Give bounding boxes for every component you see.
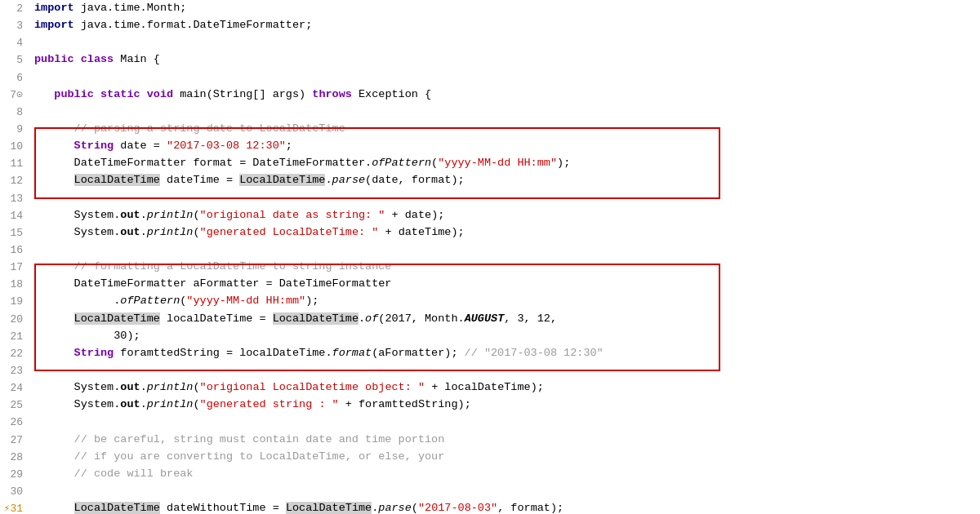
line-content-20: LocalDateTime localDateTime = LocalDateT… — [31, 311, 980, 328]
line-num-17: 17 — [0, 259, 31, 276]
line-content-28: // if you are converting to LocalDateTim… — [31, 449, 980, 466]
line-content-21: 30); — [31, 328, 980, 345]
code-line-7: 7⊙ public static void main(String[] args… — [0, 86, 980, 104]
code-line-24: 24 System.out.println("origional LocalDa… — [0, 379, 980, 397]
code-line-5: 5 public class Main { — [0, 51, 980, 69]
code-line-14: 14 System.out.println("origional date as… — [0, 207, 980, 224]
line-num-8: 8 — [0, 104, 31, 121]
code-line-10: 10 String date = "2017-03-08 12:30"; — [0, 138, 980, 155]
line-content-29: // code will break — [31, 466, 980, 483]
code-block: 2 import java.time.Month; 3 import java.… — [0, 0, 980, 514]
code-line-19: 19 .ofPattern("yyyy-MM-dd HH:mm"); — [0, 293, 980, 310]
line-num-7: 7⊙ — [0, 86, 31, 104]
code-line-27: 27 // be careful, string must contain da… — [0, 432, 980, 449]
code-line-31: ⚡31 LocalDateTime dateWithoutTime = Loca… — [0, 500, 980, 514]
line-num-23: 23 — [0, 362, 31, 379]
line-num-21: 21 — [0, 328, 31, 345]
line-num-31: ⚡31 — [0, 500, 31, 514]
line-num-5: 5 — [0, 51, 31, 69]
line-num-4: 4 — [0, 34, 31, 51]
code-editor: 2 import java.time.Month; 3 import java.… — [0, 0, 980, 514]
line-content-10: String date = "2017-03-08 12:30"; — [31, 138, 980, 155]
code-line-6: 6 — [0, 69, 980, 86]
line-content-13 — [31, 190, 980, 207]
code-line-26: 26 — [0, 414, 980, 431]
line-content-16 — [31, 241, 980, 259]
line-num-29: 29 — [0, 466, 31, 483]
line-num-26: 26 — [0, 414, 31, 431]
line-content-7: public static void main(String[] args) t… — [31, 86, 980, 104]
line-content-2: import java.time.Month; — [31, 0, 980, 17]
line-num-9: 9 — [0, 121, 31, 138]
line-content-4 — [31, 34, 980, 51]
code-line-28: 28 // if you are converting to LocalDate… — [0, 449, 980, 466]
code-line-17: 17 // formatting a LocalDateTime to stri… — [0, 259, 980, 276]
code-line-13: 13 — [0, 190, 980, 207]
line-content-6 — [31, 69, 980, 86]
line-num-19: 19 — [0, 293, 31, 310]
code-line-8: 8 — [0, 104, 980, 121]
line-num-15: 15 — [0, 224, 31, 241]
line-num-24: 24 — [0, 379, 31, 397]
line-num-30: 30 — [0, 483, 31, 500]
line-num-28: 28 — [0, 449, 31, 466]
line-content-17: // formatting a LocalDateTime to string … — [31, 259, 980, 276]
line-content-22: String foramttedString = localDateTime.f… — [31, 345, 980, 362]
line-num-25: 25 — [0, 397, 31, 414]
line-num-16: 16 — [0, 241, 31, 259]
line-num-10: 10 — [0, 138, 31, 155]
line-num-22: 22 — [0, 345, 31, 362]
line-num-13: 13 — [0, 190, 31, 207]
line-num-11: 11 — [0, 155, 31, 172]
line-content-30 — [31, 483, 980, 500]
line-content-12: LocalDateTime dateTime = LocalDateTime.p… — [31, 172, 980, 189]
code-line-16: 16 — [0, 241, 980, 259]
line-num-14: 14 — [0, 207, 31, 224]
code-line-9: 9 // parsing a string date to LocalDateT… — [0, 121, 980, 138]
code-line-20: 20 LocalDateTime localDateTime = LocalDa… — [0, 311, 980, 328]
line-content-19: .ofPattern("yyyy-MM-dd HH:mm"); — [31, 293, 980, 310]
line-content-5: public class Main { — [31, 51, 980, 69]
code-line-25: 25 System.out.println("generated string … — [0, 397, 980, 414]
line-content-23 — [31, 362, 980, 379]
line-num-18: 18 — [0, 276, 31, 293]
code-line-4: 4 — [0, 34, 980, 51]
line-num-6: 6 — [0, 69, 31, 86]
code-line-21: 21 30); — [0, 328, 980, 345]
line-content-3: import java.time.format.DateTimeFormatte… — [31, 17, 980, 34]
code-line-15: 15 System.out.println("generated LocalDa… — [0, 224, 980, 241]
line-content-26 — [31, 414, 980, 431]
code-line-3: 3 import java.time.format.DateTimeFormat… — [0, 17, 980, 34]
line-content-18: DateTimeFormatter aFormatter = DateTimeF… — [31, 276, 980, 293]
line-content-15: System.out.println("generated LocalDateT… — [31, 224, 980, 241]
code-line-12: 12 LocalDateTime dateTime = LocalDateTim… — [0, 172, 980, 189]
code-line-23: 23 — [0, 362, 980, 379]
line-num-2: 2 — [0, 0, 31, 17]
line-content-24: System.out.println("origional LocalDatet… — [31, 379, 980, 397]
line-num-27: 27 — [0, 432, 31, 449]
line-num-3: 3 — [0, 17, 31, 34]
code-line-30: 30 — [0, 483, 980, 500]
line-content-14: System.out.println("origional date as st… — [31, 207, 980, 224]
line-content-25: System.out.println("generated string : "… — [31, 397, 980, 414]
line-num-12: 12 — [0, 172, 31, 189]
line-content-27: // be careful, string must contain date … — [31, 432, 980, 449]
line-content-8 — [31, 104, 980, 121]
line-content-11: DateTimeFormatter format = DateTimeForma… — [31, 155, 980, 172]
line-num-20: 20 — [0, 311, 31, 328]
code-line-22: 22 String foramttedString = localDateTim… — [0, 345, 980, 362]
code-line-2: 2 import java.time.Month; — [0, 0, 980, 17]
code-line-11: 11 DateTimeFormatter format = DateTimeFo… — [0, 155, 980, 172]
code-line-18: 18 DateTimeFormatter aFormatter = DateTi… — [0, 276, 980, 293]
code-line-29: 29 // code will break — [0, 466, 980, 483]
line-content-9: // parsing a string date to LocalDateTim… — [31, 121, 980, 138]
line-content-31: LocalDateTime dateWithoutTime = LocalDat… — [31, 500, 980, 514]
